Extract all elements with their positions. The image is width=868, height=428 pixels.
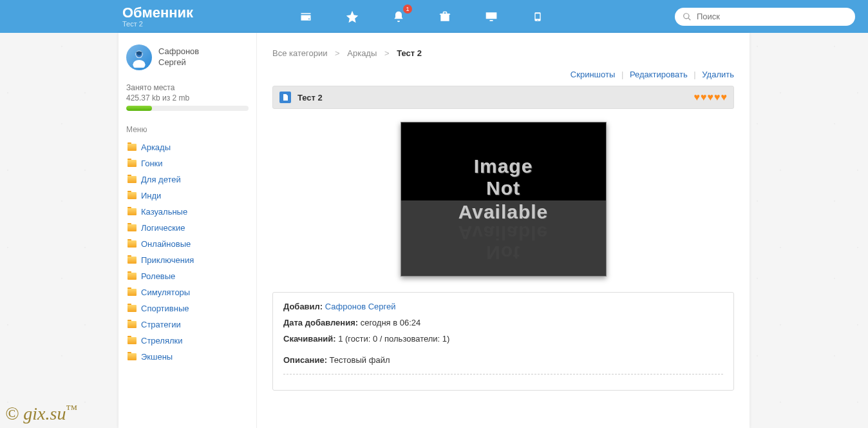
bell-icon[interactable]: 1 — [389, 7, 408, 26]
edit-link[interactable]: Редактировать — [630, 70, 688, 79]
sidebar-item-6[interactable]: Онлайновые — [126, 236, 249, 252]
sidebar-item-13[interactable]: Экшены — [126, 349, 249, 365]
content: Все категории > Аркады > Тест 2 Скриншот… — [257, 33, 750, 428]
logo-title: Обменник — [122, 6, 193, 20]
rating-hearts[interactable]: ♥♥♥♥♥ — [694, 92, 728, 103]
folder-icon — [127, 353, 137, 360]
added-by-row: Добавил: Сафронов Сергей — [283, 302, 723, 311]
search-box[interactable] — [675, 8, 855, 26]
sidebar-item-2[interactable]: Для детей — [126, 171, 249, 188]
action-links: Скриншоты | Редактировать | Удалить — [272, 70, 734, 79]
sidebar-item-1[interactable]: Гонки — [126, 155, 249, 171]
sidebar-item-label: Спортивные — [141, 304, 189, 313]
heart-icon: ♥ — [694, 92, 701, 103]
folder-icon — [127, 305, 137, 312]
title-text: Тест 2 — [297, 93, 323, 102]
sidebar-item-label: Аркады — [141, 142, 171, 152]
storage-bar — [126, 106, 249, 111]
date-row: Дата добавления: сегодня в 06:24 — [283, 318, 723, 327]
user-name: Сафронов Сергей — [158, 46, 199, 68]
topbar: Обменник Тест 2 1 — [0, 0, 868, 33]
added-by-link[interactable]: Сафронов Сергей — [325, 302, 396, 311]
svg-point-1 — [133, 60, 145, 68]
sidebar-item-7[interactable]: Приключения — [126, 252, 249, 268]
heart-icon: ♥ — [714, 92, 721, 103]
delete-link[interactable]: Удалить — [702, 70, 734, 79]
separator — [283, 374, 723, 374]
logo-subtitle: Тест 2 — [122, 20, 193, 28]
folder-icon — [127, 144, 137, 151]
heart-icon: ♥ — [721, 92, 728, 103]
sidebar-item-label: Стрелялки — [141, 336, 183, 345]
star-icon[interactable] — [343, 7, 362, 26]
sidebar-item-label: Логические — [141, 223, 185, 233]
nav-icons: 1 — [296, 7, 547, 26]
screenshots-link[interactable]: Скриншоты — [571, 70, 615, 79]
menu-title: Меню — [126, 125, 249, 134]
folder-icon — [127, 257, 137, 264]
wallet-icon[interactable] — [296, 7, 316, 26]
folder-icon — [127, 208, 137, 215]
sidebar-item-5[interactable]: Логические — [126, 220, 249, 236]
storage-label: Занято места — [126, 83, 249, 92]
folder-icon — [127, 160, 137, 167]
sidebar-item-label: Стратегии — [141, 320, 181, 329]
folder-icon — [127, 321, 137, 328]
heart-icon: ♥ — [701, 92, 707, 103]
user-block[interactable]: Сафронов Сергей — [126, 44, 249, 70]
watermark: © gix.su™ — [5, 403, 77, 424]
sidebar-item-label: Гонки — [141, 159, 163, 168]
description-row: Описание: Тестовый файл — [283, 355, 723, 365]
details-box: Добавил: Сафронов Сергей Дата добавления… — [272, 292, 734, 391]
breadcrumb-all[interactable]: Все категории — [272, 48, 327, 58]
avatar — [126, 44, 152, 70]
search-icon — [683, 12, 692, 21]
sidebar-item-3[interactable]: Инди — [126, 188, 249, 204]
title-bar: Тест 2 ♥♥♥♥♥ — [272, 86, 734, 109]
sidebar-item-label: Симуляторы — [141, 287, 190, 297]
folder-icon — [127, 176, 137, 183]
folder-icon — [127, 289, 137, 296]
image-placeholder: Image Not Available Available Not — [401, 122, 607, 277]
folder-icon — [127, 192, 137, 199]
sidebar-item-label: Казуальные — [141, 207, 187, 217]
search-input[interactable] — [697, 12, 847, 21]
sidebar-item-label: Онлайновые — [141, 239, 191, 249]
heart-icon: ♥ — [708, 92, 714, 103]
storage-fill — [126, 106, 152, 111]
menu-list: АркадыГонкиДля детейИндиКазуальныеЛогиче… — [126, 139, 249, 365]
main-container: Сафронов Сергей Занято места 425.37 kb и… — [118, 33, 750, 428]
breadcrumb-category[interactable]: Аркады — [347, 48, 377, 58]
sidebar-item-4[interactable]: Казуальные — [126, 204, 249, 220]
folder-icon — [127, 273, 137, 280]
file-icon — [279, 92, 291, 103]
sidebar-item-label: Для детей — [141, 175, 181, 184]
sidebar-item-0[interactable]: Аркады — [126, 139, 249, 155]
sidebar-item-12[interactable]: Стрелялки — [126, 333, 249, 349]
sidebar-item-label: Ролевые — [141, 271, 175, 281]
monitor-icon[interactable] — [482, 7, 501, 26]
sidebar-item-label: Экшены — [141, 352, 173, 362]
logo-block[interactable]: Обменник Тест 2 — [122, 6, 193, 28]
briefcase-icon[interactable] — [435, 7, 455, 26]
folder-icon — [127, 224, 137, 231]
breadcrumb-current: Тест 2 — [397, 48, 422, 58]
storage-value: 425.37 kb из 2 mb — [126, 93, 249, 102]
sidebar-item-label: Приключения — [141, 255, 194, 265]
sidebar-item-10[interactable]: Спортивные — [126, 300, 249, 316]
breadcrumb: Все категории > Аркады > Тест 2 — [272, 48, 734, 58]
sidebar-item-9[interactable]: Симуляторы — [126, 284, 249, 300]
mobile-icon[interactable] — [528, 7, 547, 26]
folder-icon — [127, 240, 137, 248]
notification-badge: 1 — [403, 5, 412, 14]
folder-icon — [127, 337, 137, 344]
sidebar-item-label: Инди — [141, 191, 161, 200]
sidebar-item-11[interactable]: Стратегии — [126, 316, 249, 333]
downloads-row: Скачиваний: 1 (гости: 0 / пользователи: … — [283, 334, 723, 344]
sidebar: Сафронов Сергей Занято места 425.37 kb и… — [118, 33, 257, 428]
sidebar-item-8[interactable]: Ролевые — [126, 268, 249, 284]
